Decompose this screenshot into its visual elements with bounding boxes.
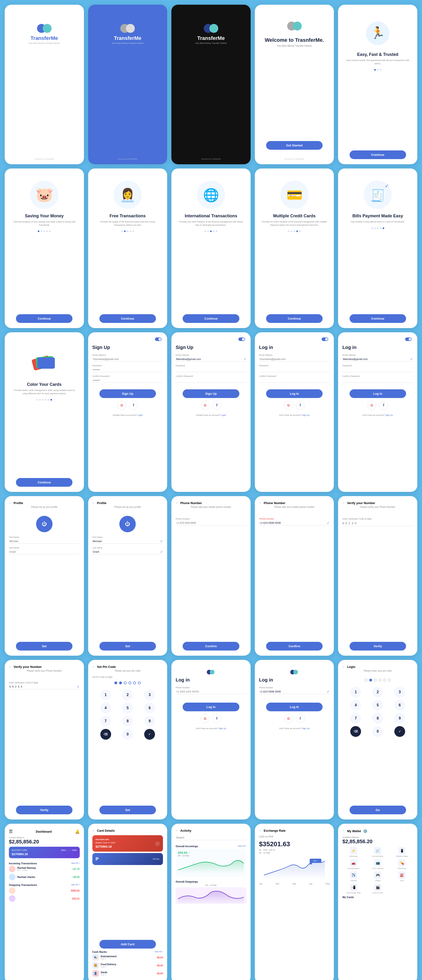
- wallet-item-fund[interactable]: 🎬 Fund & Grub: [366, 883, 389, 894]
- confirm-password-input[interactable]: [176, 378, 246, 383]
- num-4[interactable]: 4: [350, 700, 361, 711]
- phone-input[interactable]: [259, 520, 327, 525]
- facebook-button[interactable]: f: [213, 401, 221, 410]
- phone-input[interactable]: [176, 520, 246, 525]
- google-button[interactable]: G: [367, 401, 376, 410]
- password-input[interactable]: [259, 367, 330, 372]
- settings-icon[interactable]: ⚙️: [363, 829, 368, 833]
- lastname-input[interactable]: [9, 549, 80, 554]
- facebook-button[interactable]: f: [129, 401, 138, 410]
- google-button[interactable]: G: [201, 714, 209, 723]
- google-button[interactable]: G: [201, 401, 209, 410]
- back-button[interactable]: ←: [9, 665, 12, 668]
- num-0[interactable]: 0: [372, 726, 383, 737]
- password-input[interactable]: [176, 367, 246, 372]
- facebook-button[interactable]: f: [213, 714, 221, 723]
- firstname-input[interactable]: [9, 539, 80, 544]
- num-7[interactable]: 7: [100, 716, 111, 727]
- back-button[interactable]: ←: [259, 501, 262, 504]
- num-8[interactable]: 8: [122, 716, 133, 727]
- facebook-button[interactable]: f: [296, 714, 305, 723]
- verify-code-input[interactable]: [9, 684, 77, 689]
- verify-button[interactable]: Verify: [349, 642, 406, 651]
- back-button[interactable]: ←: [9, 501, 12, 504]
- wallet-item-ecommerce[interactable]: 🛒 E-Commerce: [366, 847, 389, 857]
- num-1[interactable]: 1: [350, 687, 361, 697]
- signup-button[interactable]: Sign Up: [182, 389, 239, 398]
- google-button[interactable]: G: [117, 401, 126, 410]
- back-button[interactable]: ←: [92, 501, 95, 504]
- phone-input[interactable]: [259, 689, 327, 694]
- wallet-item-google[interactable]: 📲 Pay Google Play: [342, 883, 365, 894]
- email-input[interactable]: [259, 357, 330, 362]
- wallet-item-unight[interactable]: 🎮 Unight: [366, 871, 389, 882]
- email-input[interactable]: [342, 357, 410, 361]
- go-button[interactable]: Go: [349, 806, 406, 814]
- back-button[interactable]: ←: [176, 501, 178, 504]
- menu-icon[interactable]: ☰: [9, 829, 13, 834]
- facebook-button[interactable]: f: [296, 401, 305, 410]
- phone-input[interactable]: [176, 689, 246, 694]
- set-button[interactable]: Set: [99, 642, 156, 651]
- back-button[interactable]: ←: [342, 501, 345, 504]
- continue-button[interactable]: Continue: [16, 314, 73, 323]
- email-input[interactable]: [92, 357, 163, 362]
- email-input[interactable]: [176, 357, 244, 361]
- set-button[interactable]: Set: [16, 642, 73, 651]
- card-blue[interactable]: P PAYPAL: [92, 853, 163, 865]
- back-button[interactable]: ←: [92, 829, 95, 832]
- num-del[interactable]: ⌫: [100, 729, 111, 740]
- back-button[interactable]: ←: [92, 665, 95, 668]
- num-6[interactable]: 6: [144, 703, 155, 713]
- outgoing-see-all[interactable]: See All >: [71, 883, 80, 886]
- back-button[interactable]: ←: [259, 829, 262, 832]
- avatar[interactable]: ⏻: [119, 516, 136, 532]
- see-all[interactable]: See All >: [238, 845, 246, 848]
- num-2[interactable]: 2: [122, 689, 133, 700]
- num-9[interactable]: 9: [394, 713, 405, 724]
- wallet-item-travel[interactable]: ✈️ Travels: [342, 871, 365, 882]
- num-4[interactable]: 4: [100, 703, 111, 713]
- num-confirm[interactable]: ✓: [144, 729, 155, 740]
- verify-button[interactable]: Verify: [16, 806, 73, 814]
- num-5[interactable]: 5: [372, 700, 383, 711]
- num-8[interactable]: 8: [372, 713, 383, 724]
- verify-code-input[interactable]: [342, 520, 413, 526]
- search-input[interactable]: [176, 835, 246, 840]
- wallet-item-transport[interactable]: 🚗 Transportation: [342, 859, 365, 869]
- wallet-item-pharmacy[interactable]: 💊 Pharmacy: [391, 859, 413, 869]
- continue-button[interactable]: Continue: [349, 150, 406, 159]
- set-button[interactable]: Set: [99, 806, 156, 814]
- back-button[interactable]: ←: [342, 665, 345, 668]
- incoming-see-all[interactable]: See All >: [71, 862, 80, 865]
- signup-button[interactable]: Sign Up: [99, 389, 156, 398]
- get-started-button[interactable]: Get Started: [266, 141, 323, 150]
- card-red[interactable]: MASTERCARD Master Card ••• 2003 $270984.…: [92, 835, 163, 852]
- avatar[interactable]: ⏻: [36, 516, 52, 532]
- login-button[interactable]: Log In: [266, 703, 323, 711]
- add-card-button[interactable]: Add Card: [99, 940, 156, 948]
- wallet-item-tv[interactable]: 📺 TV & Internet: [366, 859, 389, 869]
- google-button[interactable]: G: [284, 401, 293, 410]
- password-input[interactable]: [92, 367, 163, 372]
- wallet-item-electricity[interactable]: ⚡ Electricity: [342, 847, 365, 857]
- back-button[interactable]: ←: [342, 829, 345, 832]
- num-3[interactable]: 3: [144, 689, 155, 700]
- num-1[interactable]: 1: [100, 689, 111, 700]
- num-0[interactable]: 0: [122, 729, 133, 740]
- confirm-password-input[interactable]: [342, 378, 413, 383]
- firstname-input[interactable]: [92, 539, 160, 544]
- continue-button[interactable]: Continue: [16, 478, 73, 487]
- confirm-button[interactable]: Confirm: [182, 642, 239, 651]
- continue-button[interactable]: Continue: [182, 314, 239, 323]
- notification-icon[interactable]: 🔔: [75, 829, 80, 834]
- confirm-password-input[interactable]: [92, 378, 163, 383]
- num-9[interactable]: 9: [144, 716, 155, 727]
- num-3[interactable]: 3: [394, 687, 405, 697]
- num-2[interactable]: 2: [372, 687, 383, 697]
- confirm-button[interactable]: Confirm: [266, 642, 323, 651]
- back-button[interactable]: ←: [176, 829, 178, 832]
- card-1[interactable]: MASTER CARD 4052 ···· ···· 2050 $270984.…: [9, 847, 80, 858]
- num-del[interactable]: ⌫: [350, 726, 361, 737]
- login-button[interactable]: Log In: [266, 389, 323, 398]
